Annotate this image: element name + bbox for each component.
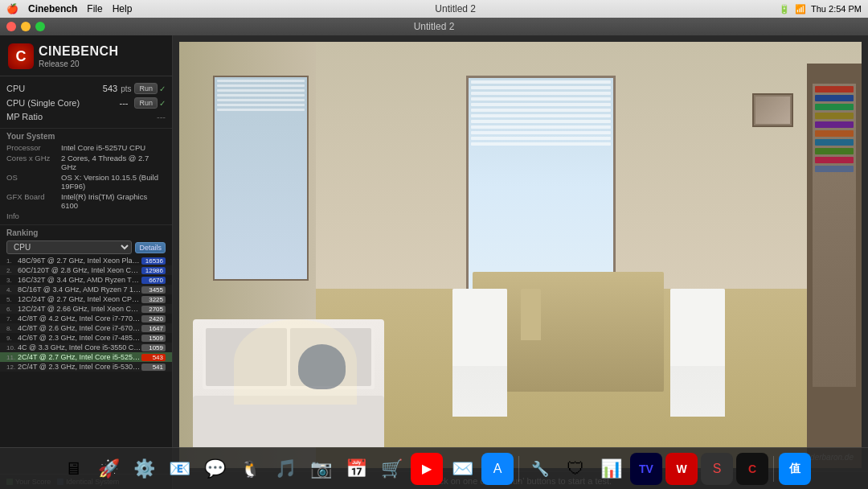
rank-item: 5. 12C/24T @ 2.7 GHz, Intel Xeon CPU E5-… bbox=[0, 294, 172, 304]
system-title: Your System bbox=[6, 132, 166, 141]
rank-item: 3. 16C/32T @ 3.4 GHz, AMD Ryzen Threadri… bbox=[0, 275, 172, 285]
render-area: www.renderbaron.de bbox=[179, 42, 862, 468]
center-window bbox=[466, 76, 616, 298]
dock-monitor[interactable]: 📊 bbox=[595, 453, 627, 485]
battery-icon: 🔋 bbox=[779, 4, 790, 14]
dock-cinebench[interactable]: C bbox=[736, 453, 768, 485]
dock-wps[interactable]: W bbox=[665, 453, 698, 485]
table-item bbox=[521, 289, 541, 340]
benchmarks-section: CPU 543 pts Run ✓ CPU (Single Core) --- … bbox=[0, 76, 172, 129]
dock-divider bbox=[518, 456, 519, 482]
dock-teamviewer[interactable]: TV bbox=[630, 453, 662, 485]
rank-number: 3. bbox=[6, 277, 18, 284]
dock-appstore[interactable]: 🛒 bbox=[375, 453, 407, 485]
left-panel: C CINEBENCH Release 20 CPU 543 pts Run ✓ bbox=[0, 35, 173, 489]
dock-divider2 bbox=[773, 456, 774, 482]
dock-appstore2[interactable]: A bbox=[481, 453, 514, 485]
dock-music[interactable]: 🎵 bbox=[269, 453, 301, 485]
dock-airmail[interactable]: ✉️ bbox=[446, 453, 478, 485]
dock-preferences[interactable]: ⚙️ bbox=[128, 453, 160, 485]
rank-score-value: 16536 bbox=[141, 257, 166, 265]
cores-val: 2 Cores, 4 Threads @ 2.7 GHz bbox=[61, 154, 166, 171]
dock-wechat[interactable]: 🐧 bbox=[234, 453, 266, 485]
rank-number: 7. bbox=[6, 315, 18, 323]
cinebench-logo-icon: C bbox=[8, 43, 34, 69]
os-row: OS OS X: Version 10.15.5 (Build 19F96) bbox=[6, 172, 166, 191]
light-effect bbox=[234, 319, 357, 405]
processor-val: Intel Core i5-5257U CPU bbox=[61, 143, 166, 152]
dock-zhihu[interactable]: 值 bbox=[779, 453, 811, 485]
maximize-button[interactable] bbox=[35, 22, 45, 31]
gfx-val: Intel(R) Iris(TM) Graphics 6100 bbox=[61, 192, 166, 210]
rank-name: 4C/6T @ 2.3 GHz, Intel Core i7-4850HQ CP… bbox=[18, 334, 141, 342]
rank-score-value: 1647 bbox=[141, 325, 166, 332]
wall-frame bbox=[752, 93, 793, 127]
cpu-check: ✓ bbox=[159, 84, 166, 93]
dock-calendar[interactable]: 📅 bbox=[340, 453, 372, 485]
rank-score-value: 1059 bbox=[141, 344, 166, 351]
dock-security[interactable]: 🛡 bbox=[559, 453, 592, 485]
app-menu-file[interactable]: File bbox=[87, 3, 102, 14]
dock-finder[interactable]: 🖥 bbox=[57, 453, 89, 485]
ranking-controls: CPU CPU (Single Core) Details bbox=[0, 239, 172, 256]
rank-name: 4C/8T @ 2.6 GHz, Intel Core i7-6700HQ CP… bbox=[18, 324, 141, 332]
info-key: Info bbox=[6, 212, 61, 220]
menubar-right: 🔋 📶 Thu 2:54 PM bbox=[779, 4, 862, 14]
rank-score-value: 3225 bbox=[141, 296, 166, 303]
app-release: Release 20 bbox=[39, 60, 119, 69]
rank-score-value: 12986 bbox=[141, 267, 166, 274]
apple-menu[interactable]: 🍎 bbox=[6, 3, 18, 14]
info-row: Info bbox=[6, 211, 166, 221]
dock-photos[interactable]: 📷 bbox=[305, 453, 337, 485]
ranking-dropdown[interactable]: CPU CPU (Single Core) bbox=[6, 240, 132, 254]
titlebar-buttons bbox=[6, 22, 45, 31]
rank-number: 10. bbox=[6, 344, 18, 351]
cpu-single-score: --- bbox=[119, 98, 128, 108]
window-title-center: Untitled 2 bbox=[435, 3, 476, 14]
logo-area: C CINEBENCH Release 20 bbox=[0, 35, 172, 76]
bookshelf bbox=[807, 64, 862, 469]
right-panel: www.renderbaron.de Click on one of the '… bbox=[173, 35, 868, 489]
mp-ratio-label: MP Ratio bbox=[6, 112, 157, 121]
dock-itunes[interactable]: ▶ bbox=[411, 453, 443, 485]
dock-launchpad[interactable]: 🚀 bbox=[92, 453, 125, 485]
system-section: Your System Processor Intel Core i5-5257… bbox=[0, 129, 172, 225]
rank-number: 1. bbox=[6, 257, 18, 265]
minimize-button[interactable] bbox=[21, 22, 31, 31]
dock-messages[interactable]: 💬 bbox=[199, 453, 231, 485]
app-menu-help[interactable]: Help bbox=[113, 3, 133, 14]
details-button[interactable]: Details bbox=[135, 242, 166, 253]
gfx-row: GFX Board Intel(R) Iris(TM) Graphics 610… bbox=[6, 191, 166, 211]
cpu-single-check: ✓ bbox=[159, 99, 166, 108]
clock: Thu 2:54 PM bbox=[811, 4, 862, 14]
dock-mail[interactable]: 📧 bbox=[163, 453, 195, 485]
window-blinds bbox=[469, 78, 614, 295]
processor-key: Processor bbox=[6, 143, 61, 152]
rank-score-value: 6670 bbox=[141, 277, 166, 284]
rank-name: 2C/4T @ 2.7 GHz, Intel Core i5-5257U CPU bbox=[18, 353, 141, 361]
rank-item: 1. 48C/96T @ 2.7 GHz, Intel Xeon Platinu… bbox=[0, 256, 172, 265]
rank-name: 60C/120T @ 2.8 GHz, Intel Xeon CPU E7-48… bbox=[18, 266, 141, 274]
app-menu-cinebench[interactable]: Cinebench bbox=[28, 3, 77, 14]
cpu-benchmark-row: CPU 543 pts Run ✓ bbox=[0, 81, 172, 96]
rank-number: 8. bbox=[6, 325, 18, 332]
chair-right bbox=[670, 289, 725, 417]
rank-name: 12C/24T @ 2.66 GHz, Intel Xeon CPU X5650 bbox=[18, 305, 141, 313]
rank-number: 6. bbox=[6, 306, 18, 313]
cpu-run-button[interactable]: Run bbox=[134, 83, 158, 94]
cores-key: Cores x GHz bbox=[6, 154, 61, 171]
close-button[interactable] bbox=[6, 22, 16, 31]
app-body: C CINEBENCH Release 20 CPU 543 pts Run ✓ bbox=[0, 35, 868, 489]
cpu-single-run-button[interactable]: Run bbox=[134, 97, 158, 109]
cpu-label: CPU bbox=[6, 84, 103, 93]
cores-row: Cores x GHz 2 Cores, 4 Threads @ 2.7 GHz bbox=[6, 153, 166, 172]
rank-score-value: 1509 bbox=[141, 335, 166, 342]
dock-screenium[interactable]: S bbox=[701, 453, 733, 485]
os-val: OS X: Version 10.15.5 (Build 19F96) bbox=[61, 173, 166, 191]
window-titlebar: Untitled 2 bbox=[0, 18, 868, 35]
dock-system-prefs[interactable]: 🔧 bbox=[524, 453, 556, 485]
cpu-single-label: CPU (Single Core) bbox=[6, 98, 119, 108]
ranking-list[interactable]: 1. 48C/96T @ 2.7 GHz, Intel Xeon Platinu… bbox=[0, 256, 172, 474]
rank-item: 10. 4C @ 3.3 GHz, Intel Core i5-3550 CPU… bbox=[0, 343, 172, 352]
cpu-single-benchmark-row: CPU (Single Core) --- Run ✓ bbox=[0, 96, 172, 110]
